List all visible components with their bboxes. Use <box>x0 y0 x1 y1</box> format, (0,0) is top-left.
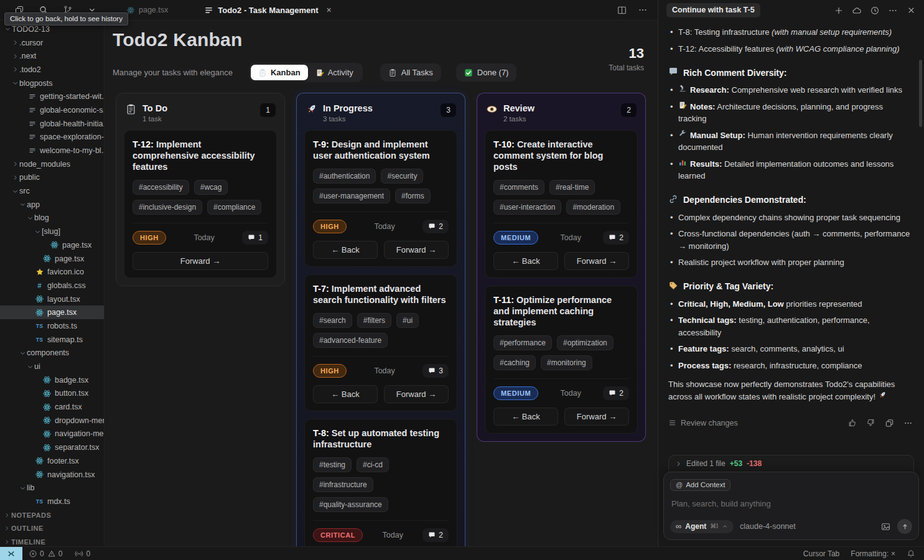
tag-pill[interactable]: #advanced-feature <box>313 333 388 348</box>
split-editor-icon[interactable] <box>617 5 627 16</box>
tree-item-ui[interactable]: ui <box>0 360 104 373</box>
tree-item-welcome-to-my-bl-[interactable]: welcome-to-my-bl... <box>0 144 104 157</box>
comment-count[interactable]: 3 <box>422 364 449 378</box>
tag-pill[interactable]: #real-time <box>549 180 595 195</box>
tree-item-node-modules[interactable]: node_modules <box>0 157 104 171</box>
sidebar-section-timeline[interactable]: TIMELINE <box>0 535 104 546</box>
button-done-7-[interactable]: Done (7) <box>456 63 517 82</box>
thumb-down-icon[interactable] <box>866 418 875 427</box>
tab-page-tsx[interactable]: page.tsx <box>126 6 168 14</box>
tag-pill[interactable]: #inclusive-design <box>133 200 202 215</box>
tree-item--todo2[interactable]: .todo2 <box>0 63 104 77</box>
forward-button[interactable]: Forward → <box>133 252 268 270</box>
close-tab-icon[interactable]: × <box>327 5 332 15</box>
tree-item-separator-tsx[interactable]: separator.tsx <box>0 441 104 454</box>
bell-icon[interactable] <box>907 549 915 558</box>
comment-count[interactable]: 2 <box>422 528 449 542</box>
tree-item-globals-css[interactable]: #globals.css <box>0 279 104 292</box>
model-selector[interactable]: claude-4-sonnet <box>740 522 796 531</box>
history-icon[interactable] <box>870 6 880 16</box>
tag-pill[interactable]: #security <box>381 169 423 184</box>
tree-item-robots-ts[interactable]: TSrobots.ts <box>0 319 104 333</box>
tag-pill[interactable]: #ci-cd <box>357 457 389 472</box>
tree-item-blogposts[interactable]: blogposts <box>0 77 104 90</box>
tag-pill[interactable]: #ui <box>396 313 419 328</box>
tag-pill[interactable]: #filters <box>357 313 391 328</box>
tree-item-dropdown-menu-[interactable]: dropdown-menu... <box>0 414 104 427</box>
tree-item-favicon-ico[interactable]: favicon.ico <box>0 265 104 279</box>
tag-pill[interactable]: #moderation <box>566 200 620 215</box>
tag-pill[interactable]: #authentication <box>313 169 376 184</box>
tree-item-sitemap-ts[interactable]: TSsitemap.ts <box>0 333 104 347</box>
task-card-t7[interactable]: T-7: Implement advanced search functiona… <box>304 274 457 411</box>
edited-files-row[interactable]: Edited 1 file +53 -138 <box>668 455 914 472</box>
more-icon[interactable] <box>637 5 648 16</box>
tag-pill[interactable]: #user-management <box>313 189 390 203</box>
cloud-icon[interactable] <box>852 6 862 16</box>
close-icon[interactable] <box>906 6 916 16</box>
task-card-t10[interactable]: T-10: Create interactive comment system … <box>485 130 638 278</box>
tab-activity[interactable]: Activity <box>308 65 361 80</box>
tag-pill[interactable]: #testing <box>313 457 352 472</box>
tree-item-public[interactable]: public <box>0 171 104 185</box>
tag-pill[interactable]: #comments <box>493 180 544 195</box>
tab-kanban[interactable]: Kanban <box>251 65 308 80</box>
task-card-t8[interactable]: T-8: Set up automated testing infrastruc… <box>304 419 457 546</box>
tree-item--cursor[interactable]: .cursor <box>0 36 104 50</box>
tree-item-layout-tsx[interactable]: layout.tsx <box>0 292 104 306</box>
thumb-up-icon[interactable] <box>847 418 857 427</box>
tree-item-page-tsx[interactable]: page.tsx <box>0 238 104 252</box>
tree-item-mdx-ts[interactable]: TSmdx.ts <box>0 495 104 508</box>
tree-item-navigation-tsx[interactable]: navigation.tsx <box>0 468 104 482</box>
sidebar-section-notepads[interactable]: NOTEPADS <box>0 508 104 522</box>
forward-button[interactable]: Forward → <box>564 408 629 426</box>
copy-icon[interactable] <box>885 418 894 427</box>
tree-item-app[interactable]: app <box>0 198 104 212</box>
more-icon[interactable] <box>888 6 898 16</box>
chat-tab[interactable]: Continue with task T-5 <box>666 3 760 17</box>
tag-pill[interactable]: #infrastructure <box>313 477 373 492</box>
tree-item-components[interactable]: components <box>0 347 104 360</box>
tag-pill[interactable]: #search <box>313 313 352 328</box>
tree-item-space-exploration-[interactable]: space-exploration-... <box>0 131 104 144</box>
formatting-toggle[interactable]: Formatting: × <box>851 549 895 558</box>
forward-button[interactable]: Forward → <box>384 241 449 259</box>
tag-pill[interactable]: #wcag <box>194 180 228 195</box>
problems-warnings[interactable]: 0 <box>47 549 63 558</box>
tree-item-blog[interactable]: blog <box>0 212 104 225</box>
cursor-tab-toggle[interactable]: Cursor Tab <box>803 549 839 558</box>
review-changes-button[interactable]: Review changes <box>681 419 738 427</box>
tag-pill[interactable]: #compliance <box>207 200 261 215</box>
tag-pill[interactable]: #optimization <box>557 335 614 350</box>
image-icon[interactable] <box>880 521 891 532</box>
button-all-tasks[interactable]: All Tasks <box>380 63 441 82</box>
tree-item-lib[interactable]: lib <box>0 481 104 495</box>
task-card-t12[interactable]: T-12: Implement comprehensive accessibil… <box>124 130 277 278</box>
problems-errors[interactable]: 0 <box>29 549 44 558</box>
tree-item-card-tsx[interactable]: card.tsx <box>0 400 104 414</box>
back-button[interactable]: ← Back <box>313 385 378 403</box>
tree-item-getting-started-wit-[interactable]: getting-started-wit... <box>0 90 104 103</box>
scrollbar-thumb[interactable] <box>919 60 922 127</box>
tree-item--slug-[interactable]: [slug] <box>0 225 104 238</box>
back-button[interactable]: ← Back <box>493 252 558 270</box>
back-button[interactable]: ← Back <box>313 241 378 259</box>
add-context-button[interactable]: @ Add Context <box>670 479 730 491</box>
more-icon[interactable] <box>903 418 913 427</box>
comment-count[interactable]: 2 <box>603 386 629 400</box>
new-chat-icon[interactable] <box>834 6 844 16</box>
tag-pill[interactable]: #quality-assurance <box>313 497 388 512</box>
tree-item-src[interactable]: src <box>0 184 104 198</box>
tree-item-button-tsx[interactable]: button.tsx <box>0 387 104 401</box>
tag-pill[interactable]: #accessibility <box>133 180 189 195</box>
tree-item-badge-tsx[interactable]: badge.tsx <box>0 373 104 387</box>
tag-pill[interactable]: #user-interaction <box>493 200 561 215</box>
forward-button[interactable]: Forward → <box>384 385 449 403</box>
sidebar-section-outline[interactable]: OUTLINE <box>0 521 104 535</box>
tab-todo2-task-management[interactable]: Todo2 - Task Management × <box>204 5 332 15</box>
tag-pill[interactable]: #monitoring <box>541 355 592 370</box>
comment-count[interactable]: 2 <box>603 231 629 245</box>
tree-item-footer-tsx[interactable]: footer.tsx <box>0 454 104 468</box>
tag-pill[interactable]: #performance <box>493 335 552 350</box>
tree-item-page-tsx[interactable]: page.tsx <box>0 252 104 266</box>
